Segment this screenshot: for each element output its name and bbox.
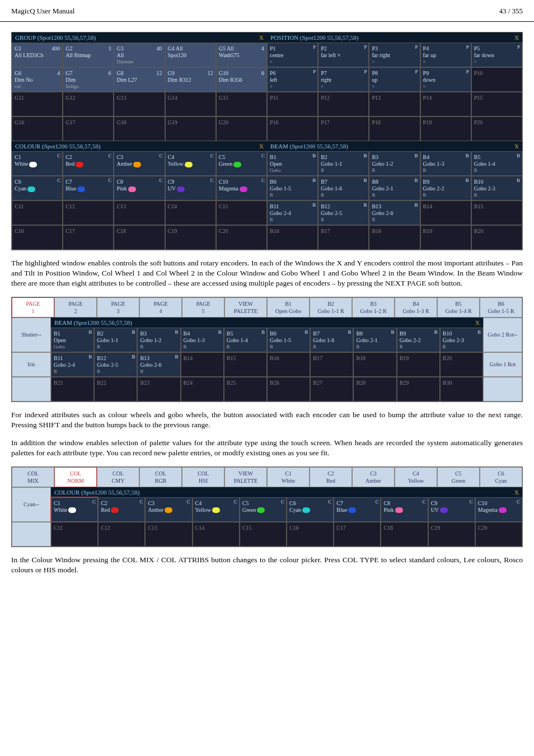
palette-cell[interactable]: C5CGreen: [216, 151, 267, 176]
palette-cell[interactable]: B20: [440, 352, 483, 377]
encoder-label[interactable]: Cyan--: [12, 487, 51, 522]
palette-cell[interactable]: G6 4Dim Nocol: [12, 67, 63, 92]
palette-cell[interactable]: G8 12Dim L27: [114, 67, 165, 92]
palette-cell[interactable]: C18: [381, 522, 428, 547]
palette-cell[interactable]: B1BOpenGobo: [267, 151, 318, 176]
palette-cell[interactable]: B29: [397, 377, 440, 402]
soft-button[interactable]: COLCMY: [97, 467, 139, 487]
palette-cell[interactable]: G1 400All LED3Ch: [12, 43, 63, 67]
palette-cell[interactable]: C19: [165, 225, 216, 250]
palette-cell[interactable]: B10BGobo 2-3R: [440, 328, 483, 352]
palette-cell[interactable]: C18: [114, 225, 165, 250]
palette-cell[interactable]: G18: [114, 116, 165, 141]
palette-cell[interactable]: C7CBlue: [334, 497, 381, 522]
palette-cell[interactable]: C10CMagenta: [475, 497, 522, 522]
palette-cell[interactable]: B20: [471, 225, 522, 250]
palette-cell[interactable]: G5 All 4Wash575: [216, 43, 267, 67]
palette-cell[interactable]: G17: [63, 116, 114, 141]
palette-cell[interactable]: C9CUV: [428, 497, 475, 522]
palette-cell[interactable]: B28: [353, 377, 396, 402]
palette-cell[interactable]: P10: [471, 67, 522, 92]
palette-cell[interactable]: B22: [94, 377, 137, 402]
palette-cell[interactable]: C6CCyan: [287, 497, 334, 522]
palette-cell[interactable]: P7Pright×: [318, 67, 369, 92]
palette-cell[interactable]: B17: [318, 225, 369, 250]
soft-button[interactable]: B3Gobo 1-2 R: [352, 297, 395, 318]
palette-cell[interactable]: B26: [267, 377, 310, 402]
palette-cell[interactable]: B4BGobo 1-3R: [181, 328, 224, 352]
palette-cell[interactable]: B24: [181, 377, 224, 402]
palette-cell[interactable]: C7CBlue: [63, 176, 114, 200]
palette-cell[interactable]: B15: [224, 352, 267, 377]
palette-cell[interactable]: C4CYellow: [165, 151, 216, 176]
soft-button[interactable]: COLNORM: [54, 467, 97, 487]
palette-cell[interactable]: B9BGobo 2-2R: [397, 328, 440, 352]
palette-cell[interactable]: C20: [216, 225, 267, 250]
encoder-label[interactable]: Iris: [12, 352, 51, 377]
palette-cell[interactable]: B14: [420, 200, 471, 225]
palette-cell[interactable]: P8Pup×: [369, 67, 420, 92]
palette-cell[interactable]: B12BGobo 2-5R: [318, 200, 369, 225]
soft-button[interactable]: PAGE5: [182, 297, 224, 318]
palette-cell[interactable]: C13: [145, 522, 192, 547]
close-icon[interactable]: X: [514, 143, 519, 150]
palette-cell[interactable]: P2Pfar left ×: [318, 43, 369, 67]
palette-cell[interactable]: B5BGobo 1-4R: [224, 328, 267, 352]
palette-cell[interactable]: C1CWhite: [12, 151, 63, 176]
palette-cell[interactable]: C12: [63, 200, 114, 225]
palette-cell[interactable]: G20: [216, 116, 267, 141]
soft-button[interactable]: B4Gobo 1-3 R: [395, 297, 437, 318]
soft-button[interactable]: COLMIX: [12, 467, 54, 487]
encoder-label-right[interactable]: Gobo 2 Rot--: [483, 318, 522, 352]
soft-button[interactable]: B5Gobo 1-4 R: [437, 297, 480, 318]
palette-cell[interactable]: B9BGobo 2-2R: [420, 176, 471, 200]
palette-cell[interactable]: G15: [216, 92, 267, 116]
soft-button[interactable]: VIEWPALETTE: [224, 297, 267, 318]
palette-cell[interactable]: B12BGobo 2-5R: [94, 352, 137, 377]
palette-cell[interactable]: B19: [397, 352, 440, 377]
palette-cell[interactable]: B3BGobo 1-2R: [369, 151, 420, 176]
palette-cell[interactable]: C4CYellow: [193, 497, 240, 522]
palette-cell[interactable]: P17: [318, 116, 369, 141]
palette-cell[interactable]: B25: [224, 377, 267, 402]
palette-cell[interactable]: G9 12Dim R312: [165, 67, 216, 92]
palette-cell[interactable]: C13: [114, 200, 165, 225]
palette-cell[interactable]: B6BGobo 1-5R: [267, 328, 310, 352]
palette-cell[interactable]: C2CRed: [63, 151, 114, 176]
palette-cell[interactable]: B6BGobo 1-5R: [267, 176, 318, 200]
palette-cell[interactable]: C12: [98, 522, 145, 547]
soft-button[interactable]: PAGE2: [54, 297, 97, 318]
palette-cell[interactable]: G12: [63, 92, 114, 116]
palette-cell[interactable]: C14: [165, 200, 216, 225]
palette-cell[interactable]: B21: [51, 377, 94, 402]
palette-cell[interactable]: B4BGobo 1-3R: [420, 151, 471, 176]
palette-cell[interactable]: B7BGobo 1-6R: [318, 176, 369, 200]
palette-cell[interactable]: P15: [471, 92, 522, 116]
palette-cell[interactable]: C16: [12, 225, 63, 250]
palette-cell[interactable]: P6Pleft×: [267, 67, 318, 92]
palette-cell[interactable]: P13: [369, 92, 420, 116]
palette-cell[interactable]: B7BGobo 1-6R: [310, 328, 353, 352]
palette-cell[interactable]: P12: [318, 92, 369, 116]
palette-cell[interactable]: C10CMagenta: [216, 176, 267, 200]
palette-cell[interactable]: B13BGobo 2-6R: [369, 200, 420, 225]
palette-cell[interactable]: B15: [471, 200, 522, 225]
palette-cell[interactable]: C17: [334, 522, 381, 547]
palette-cell[interactable]: C3CAmber: [114, 151, 165, 176]
close-icon[interactable]: X: [259, 34, 264, 41]
palette-cell[interactable]: B13BGobo 2-6R: [137, 352, 180, 377]
soft-button[interactable]: B1Open Gobo: [267, 297, 310, 318]
soft-button[interactable]: C3Amber: [352, 467, 395, 487]
palette-cell[interactable]: B2BGobo 1-1R: [94, 328, 137, 352]
palette-cell[interactable]: G4 AllSpot120: [165, 43, 216, 67]
palette-cell[interactable]: C15: [216, 200, 267, 225]
palette-cell[interactable]: C8CPink: [381, 497, 428, 522]
palette-cell[interactable]: G14: [165, 92, 216, 116]
palette-cell[interactable]: C9CUV: [165, 176, 216, 200]
palette-cell[interactable]: C8CPink: [114, 176, 165, 200]
encoder-label[interactable]: [12, 377, 51, 402]
palette-cell[interactable]: B1BOpenGobo: [51, 328, 94, 352]
palette-cell[interactable]: B10BGobo 2-3R: [471, 176, 522, 200]
palette-cell[interactable]: P11: [267, 92, 318, 116]
palette-cell[interactable]: B8BGobo 2-1R: [353, 328, 396, 352]
